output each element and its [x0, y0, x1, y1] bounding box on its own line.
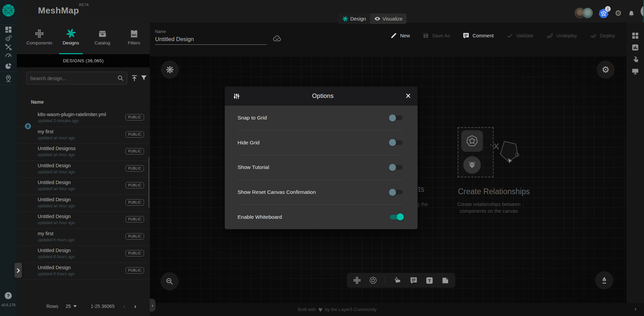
- design-row[interactable]: Untitled Designssupdated an hour agoPUBL…: [17, 144, 150, 161]
- prev-page-button[interactable]: ‹: [123, 303, 125, 310]
- design-updated: updated an hour ago: [38, 136, 75, 140]
- design-row[interactable]: Untitled Designupdated an hour agoPUBLIC: [17, 178, 150, 195]
- deploy-double-check-icon: [590, 32, 597, 39]
- designs-count-header: DESIGNS (36,065): [17, 54, 150, 67]
- tab-components[interactable]: Components: [24, 23, 55, 54]
- media-tool-icon[interactable]: [441, 277, 449, 284]
- hide-grid-toggle[interactable]: [390, 140, 403, 145]
- option-label: Snap to Grid: [238, 115, 267, 121]
- option-row-hide-grid: Hide Grid: [238, 131, 403, 155]
- header-bar: MeshMapBETA Design Visualize 1 ⚙: [17, 0, 644, 23]
- design-name: Untitled Designss: [38, 146, 76, 151]
- design-updated: updated an hour ago: [38, 152, 75, 157]
- tab-designs[interactable]: Designs: [55, 23, 87, 54]
- kubernetes-tool-icon[interactable]: [369, 276, 377, 284]
- pagination-range: 1-25 36065: [91, 304, 115, 309]
- import-upload-icon[interactable]: [131, 74, 138, 82]
- context-count-badge: 1: [605, 6, 611, 12]
- design-row[interactable]: my firstupdated an hour agoPUBLIC: [17, 127, 150, 144]
- comment-tool-icon[interactable]: [410, 277, 418, 284]
- design-spiral-icon: [342, 16, 348, 22]
- design-row[interactable]: Untitled Designupdated an hour agoPUBLIC: [17, 161, 150, 178]
- comment-button[interactable]: Comment: [463, 32, 494, 39]
- visibility-badge: PUBLIC: [126, 250, 144, 256]
- save-icon: [423, 32, 429, 39]
- canvas-modules-gear-button[interactable]: [161, 61, 179, 79]
- lifecycle-gears-icon[interactable]: [5, 35, 12, 42]
- filter-funnel-icon[interactable]: [140, 74, 147, 81]
- shapes-tool-icon[interactable]: [394, 276, 402, 284]
- tab-catalog[interactable]: Catalog: [87, 23, 118, 54]
- extensions-pie-icon[interactable]: [5, 62, 12, 70]
- configuration-tools-icon[interactable]: [5, 43, 12, 51]
- notifications-bell-icon[interactable]: [628, 10, 635, 17]
- pen-tool-button[interactable]: [595, 271, 613, 289]
- tab-filters[interactable]: WA Filters: [118, 23, 150, 54]
- components-icon: [35, 28, 44, 38]
- layer5-logo-icon[interactable]: [2, 4, 15, 17]
- search-icon[interactable]: [117, 75, 124, 81]
- touch-interaction-icon[interactable]: [632, 56, 639, 63]
- widgets-icon[interactable]: [632, 32, 639, 39]
- reset-canvas-confirmation-toggle[interactable]: [390, 190, 403, 195]
- settings-gear-icon[interactable]: ⚙: [615, 9, 622, 18]
- help-icon[interactable]: ?: [5, 292, 12, 299]
- undeploy-button[interactable]: Undeploy: [546, 32, 577, 39]
- design-updated: updated 8 hours ago: [38, 272, 75, 276]
- design-name: my first: [38, 129, 53, 134]
- user-avatar[interactable]: [641, 5, 644, 17]
- search-input[interactable]: [27, 75, 117, 81]
- tab-label: Components: [27, 40, 52, 45]
- design-actions: New Save As Comment Validate Undeploy De…: [391, 32, 615, 39]
- save-as-button[interactable]: Save As: [423, 32, 450, 39]
- design-row[interactable]: Untitled Designupdated 8 hours agoPUBLIC: [17, 246, 150, 263]
- design-name: Untitled Design: [38, 163, 71, 168]
- option-row-reset-confirmation: Show Reset Canvas Confirmation: [238, 180, 403, 205]
- new-design-button[interactable]: New: [391, 32, 410, 39]
- dashboard-icon[interactable]: [5, 26, 12, 33]
- display-panel-icon[interactable]: [632, 68, 639, 75]
- mode-visualize-button[interactable]: Visualize: [370, 13, 407, 24]
- deploy-button[interactable]: Deploy: [590, 32, 615, 39]
- design-updated: updated 3 minutes ago: [38, 118, 79, 123]
- footer-collapse-left-chevron[interactable]: ‹: [150, 299, 155, 312]
- chart-panel-icon[interactable]: [632, 44, 639, 51]
- snap-to-grid-toggle[interactable]: [390, 115, 403, 120]
- meshmap-pin-icon[interactable]: [5, 75, 12, 82]
- list-scrollbar[interactable]: [148, 157, 149, 208]
- enable-whiteboard-toggle[interactable]: [390, 215, 403, 219]
- design-name: Untitled Design: [38, 248, 71, 253]
- design-name-input[interactable]: [155, 34, 267, 45]
- performance-gauge-icon[interactable]: [5, 51, 12, 59]
- relationship-pentagon-graphic: [490, 139, 520, 167]
- zoom-out-button[interactable]: [160, 272, 179, 290]
- modal-header: Options ×: [225, 86, 418, 106]
- meshmap-app: ? v0.6.176 MeshMapBETA Design Visualize …: [0, 0, 644, 316]
- validate-button[interactable]: Validate: [506, 32, 533, 39]
- next-page-button[interactable]: ›: [134, 303, 136, 310]
- tab-label: Catalog: [95, 40, 110, 45]
- visibility-badge: PUBLIC: [126, 131, 144, 138]
- text-tool-icon[interactable]: T: [426, 277, 433, 284]
- footer-bar: ‹ Built with ♥ by the Layer5 Community ‹: [150, 303, 644, 316]
- expand-panel-chevron-button[interactable]: [14, 263, 22, 278]
- footer-collapse-right-chevron[interactable]: ‹: [635, 306, 637, 312]
- collaborator-avatar[interactable]: [582, 8, 593, 18]
- design-row[interactable]: k8s-wasm-plugin-ratelimiter.yml updated …: [17, 110, 150, 127]
- close-icon[interactable]: ×: [405, 92, 411, 101]
- components-tool-icon[interactable]: [353, 276, 361, 284]
- rows-per-page-select[interactable]: 25: [66, 304, 77, 309]
- rows-label: Rows: [46, 304, 58, 309]
- design-row[interactable]: Untitled Designupdated an hour agoPUBLIC: [17, 212, 150, 229]
- mode-design-button[interactable]: Design: [338, 13, 370, 24]
- design-row[interactable]: Untitled Designupdated 8 hours agoPUBLIC: [17, 263, 150, 280]
- design-name: Untitled Design: [38, 214, 71, 219]
- design-row[interactable]: my firstupdated 6 hours agoPUBLIC: [17, 229, 150, 246]
- design-row[interactable]: Untitled Designupdated an hour agoPUBLIC: [17, 195, 150, 212]
- eye-icon: [374, 15, 381, 22]
- visibility-badge: PUBLIC: [126, 199, 144, 206]
- collaborator-avatars[interactable]: [575, 8, 593, 18]
- person-icon: [643, 7, 644, 15]
- show-tutorial-toggle[interactable]: [390, 165, 403, 170]
- canvas-settings-gear-button[interactable]: ⚙: [597, 61, 615, 79]
